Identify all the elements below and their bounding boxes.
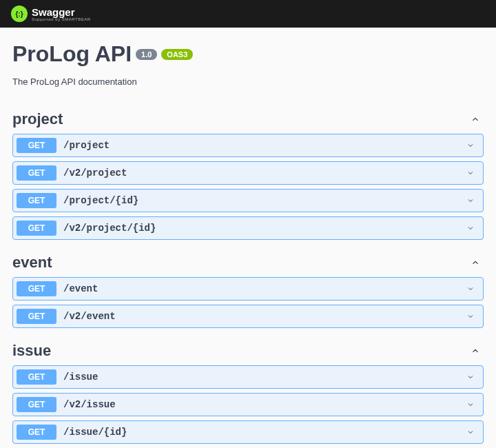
tag-name: project <box>12 110 63 128</box>
chevron-down-icon <box>465 195 476 206</box>
tag-name: issue <box>12 342 51 360</box>
tag-section-issue: issueGET/issueGET/v2/issueGET/issue/{id}… <box>12 338 484 448</box>
operation-path: /v2/event <box>63 311 465 322</box>
chevron-down-icon <box>465 371 476 383</box>
tag-header-project[interactable]: project <box>12 106 484 134</box>
chevron-down-icon <box>465 167 476 179</box>
operation-block[interactable]: GET/project <box>12 134 484 157</box>
topbar: {:} Swagger Supported by SMARTBEAR <box>0 0 496 28</box>
chevron-down-icon <box>465 311 476 322</box>
api-description: The ProLog API documentation <box>12 77 484 87</box>
operation-block[interactable]: GET/v2/project/{id} <box>12 216 484 240</box>
method-badge: GET <box>17 309 56 324</box>
operation-block[interactable]: GET/issue <box>12 365 484 389</box>
chevron-down-icon <box>465 223 476 234</box>
operation-block[interactable]: GET/v2/project <box>12 161 484 185</box>
tag-section-project: projectGET/projectGET/v2/projectGET/proj… <box>12 106 484 240</box>
operation-path: /issue/{id} <box>63 427 465 438</box>
operation-path: /project <box>63 140 465 151</box>
logo-supported-by: Supported by SMARTBEAR <box>32 17 91 21</box>
logo-text: Swagger Supported by SMARTBEAR <box>32 7 91 21</box>
chevron-down-icon <box>465 427 476 438</box>
oas-badge: OAS3 <box>161 49 193 60</box>
operation-block[interactable]: GET/issue/{id} <box>12 420 484 444</box>
method-badge: GET <box>17 281 56 296</box>
logo[interactable]: {:} Swagger Supported by SMARTBEAR <box>11 6 91 22</box>
title-row: ProLog API 1.0 OAS3 <box>12 41 484 67</box>
chevron-down-icon <box>465 140 476 151</box>
method-badge: GET <box>17 138 56 153</box>
tag-header-event[interactable]: event <box>12 250 484 277</box>
api-header: ProLog API 1.0 OAS3 The ProLog API docum… <box>12 41 484 87</box>
operation-path: /event <box>63 283 465 294</box>
operation-path: /v2/project/{id} <box>63 223 465 234</box>
operation-path: /v2/issue <box>63 399 465 410</box>
method-badge: GET <box>17 221 56 236</box>
version-badge: 1.0 <box>136 49 157 60</box>
method-badge: GET <box>17 425 56 440</box>
operation-path: /issue <box>63 371 465 383</box>
operation-block[interactable]: GET/project/{id} <box>12 189 484 212</box>
chevron-up-icon <box>468 256 482 269</box>
method-badge: GET <box>17 193 56 208</box>
method-badge: GET <box>17 369 56 385</box>
operation-block[interactable]: GET/v2/event <box>12 305 484 328</box>
operation-path: /project/{id} <box>63 195 465 206</box>
chevron-up-icon <box>468 344 482 358</box>
tag-header-issue[interactable]: issue <box>12 338 484 365</box>
operation-block[interactable]: GET/v2/issue <box>12 393 484 416</box>
chevron-down-icon <box>465 399 476 410</box>
logo-brand: Swagger <box>32 7 91 17</box>
operation-path: /v2/project <box>63 167 465 179</box>
operation-block[interactable]: GET/event <box>12 277 484 301</box>
api-title: ProLog API <box>12 41 132 67</box>
method-badge: GET <box>17 397 56 412</box>
chevron-down-icon <box>465 283 476 294</box>
tag-name: event <box>12 254 52 272</box>
chevron-up-icon <box>468 112 482 126</box>
tag-section-event: eventGET/eventGET/v2/event <box>12 250 484 328</box>
main-container: ProLog API 1.0 OAS3 The ProLog API docum… <box>0 28 496 448</box>
method-badge: GET <box>17 165 56 181</box>
swagger-logo-icon: {:} <box>11 6 28 22</box>
